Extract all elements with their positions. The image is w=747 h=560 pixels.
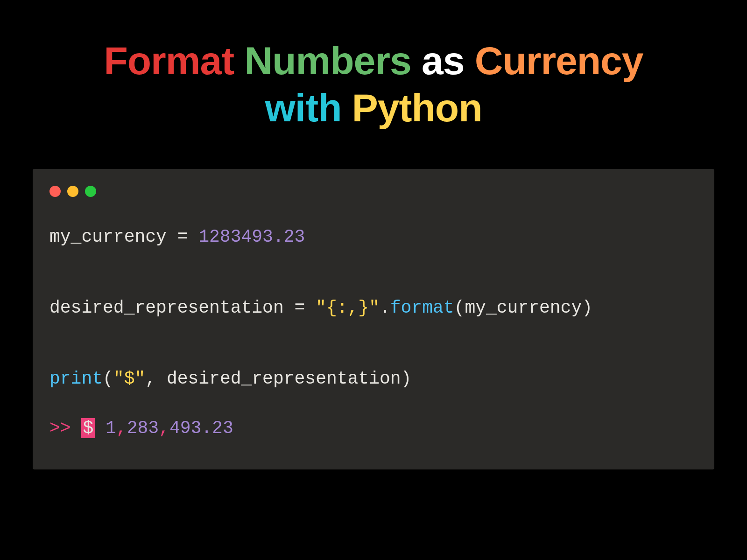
code-window: my_currency = 1283493.23 desired_represe… [33,169,714,469]
close-icon [49,186,61,197]
repl-prompt: >> [49,418,71,438]
code-line-3: print("$", desired_representation) [49,369,411,389]
output-line: >> $ 1,283,493.23 [49,411,698,446]
dot-op: . [380,298,390,318]
number-literal: 1283493.23 [198,227,305,247]
var-desired-rep: desired_representation [49,298,284,318]
assign-op: = [167,227,198,247]
arg-desired-rep: desired_representation [167,369,401,389]
open-paren: ( [454,298,465,318]
print-function: print [49,369,103,389]
code-line-2: desired_representation = "{:,}".format(m… [49,298,592,318]
output-num-2: 283 [127,418,159,438]
format-method: format [390,298,454,318]
main-container: Format Numbers as Currency with Python m… [0,0,747,483]
title-word-python: Python [352,86,482,130]
title-word-currency: Currency [475,39,643,83]
open-paren: ( [103,369,113,389]
title-word-format: Format [104,39,234,83]
arg-my-currency: my_currency [465,298,582,318]
assign-op: = [284,298,316,318]
code-line-1: my_currency = 1283493.23 [49,227,305,247]
output-space [95,418,106,438]
maximize-icon [85,186,96,197]
close-paren: ) [582,298,592,318]
dollar-icon: $ [81,418,95,438]
format-string: "{:,}" [316,298,380,318]
title-word-numbers: Numbers [245,39,411,83]
close-paren: ) [401,369,412,389]
output-comma: , [159,418,169,438]
page-title: Format Numbers as Currency with Python [14,37,733,132]
output-num-1: 1 [106,418,116,438]
output-comma: , [116,418,127,438]
minimize-icon [67,186,78,197]
title-word-as: as [422,39,464,83]
output-num-3: 493.23 [169,418,233,438]
title-word-with: with [265,86,342,130]
comma-sep: , [145,369,167,389]
window-controls [49,186,698,197]
dollar-string: "$" [113,369,145,389]
code-block: my_currency = 1283493.23 desired_represe… [49,219,698,446]
var-my-currency: my_currency [49,227,167,247]
